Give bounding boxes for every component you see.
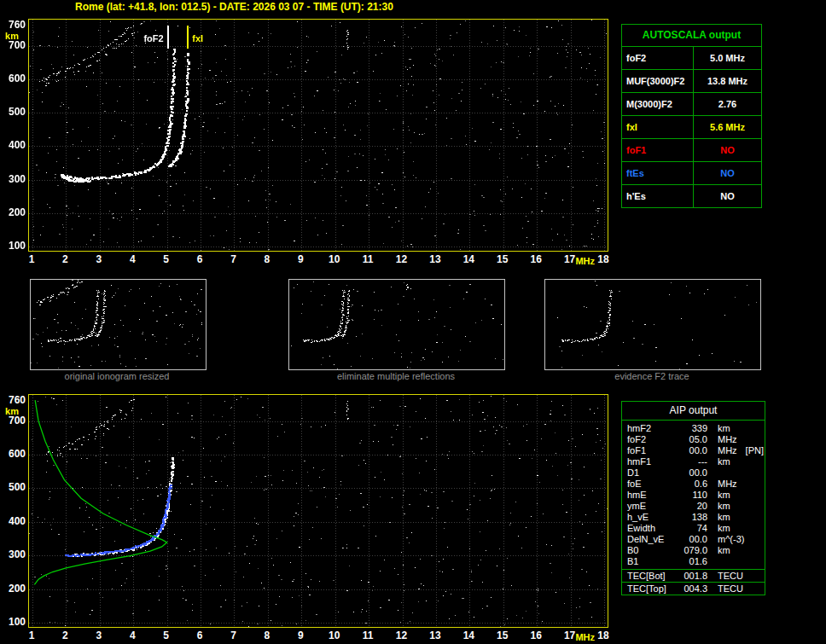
ionogram-plot-bottom <box>28 394 608 628</box>
autoscala-row-value: 5.6 MHz <box>694 116 761 138</box>
aip-row-value: 138 <box>680 512 707 523</box>
x-tick-label: 14 <box>463 629 474 641</box>
autoscala-row-hes: h'EsNO <box>622 185 761 207</box>
autoscala-row-fof1: foF1NO <box>622 139 761 162</box>
y-tick-label: 600 <box>2 73 26 84</box>
aip-row-unit: km <box>718 545 730 556</box>
aip-row-value: 74 <box>680 523 707 534</box>
aip-row-name: foF2 <box>622 434 680 445</box>
x-tick-label: 1 <box>29 629 35 641</box>
y-tick-label: 100 <box>2 240 26 252</box>
y-tick-label: 300 <box>2 173 26 185</box>
autoscala-row-label: MUF(3000)F2 <box>622 70 694 92</box>
aip-row-value: 00.0 <box>680 467 707 479</box>
y-tick-label: 300 <box>2 548 26 560</box>
y-tick-label: 100 <box>2 616 26 628</box>
autoscala-table: AUTOSCALA output foF25.0 MHzMUF(3000)F21… <box>621 24 762 208</box>
x-tick-label: 15 <box>497 253 508 265</box>
x-tick-label: 2 <box>62 253 68 265</box>
y-tick-label: 200 <box>2 206 26 218</box>
x-axis-unit-label: MHz <box>575 256 595 266</box>
aip-row-name: Ewidth <box>622 523 680 534</box>
aip-row-name: TEC[Bot] <box>622 570 680 582</box>
aip-row-unit: km <box>718 512 730 523</box>
x-tick-label: 9 <box>298 629 304 641</box>
autoscala-row-value: NO <box>694 162 761 184</box>
x-tick-label: 11 <box>363 253 374 265</box>
x-tick-label: 18 <box>597 253 608 265</box>
autoscala-row-m3000f2: M(3000)F22.76 <box>622 93 761 116</box>
aip-row-unit: TECU <box>718 583 743 595</box>
autoscala-row-label: foF1 <box>622 139 694 161</box>
aip-row-unit: km <box>718 456 730 467</box>
aip-row-name: hmF1 <box>622 456 680 467</box>
x-tick-label: 5 <box>163 629 169 641</box>
aip-row-unit: m^(-3) <box>718 534 744 545</box>
autoscala-row-value: NO <box>694 185 761 207</box>
ionogram-bottom-canvas <box>29 395 608 627</box>
thumbnail-original-ionogram <box>30 279 206 370</box>
x-tick-label: 13 <box>429 253 440 265</box>
aip-row-value: 05.0 <box>680 434 707 445</box>
thumbnail-evidence-f2 <box>544 279 761 370</box>
thumbnail-eliminate-reflections <box>288 279 505 370</box>
aip-row-unit: km <box>718 423 730 434</box>
aip-row-name: ymE <box>622 501 680 512</box>
aip-row-value: 004.3 <box>680 583 707 595</box>
x-tick-label: 10 <box>329 253 340 265</box>
marker-label-fxi: fxI <box>192 33 203 44</box>
aip-row-value: 339 <box>680 423 707 434</box>
aip-row-fof2: foF205.0MHz <box>622 434 765 445</box>
x-tick-label: 6 <box>197 253 203 265</box>
x-tick-label: 13 <box>429 629 440 641</box>
aip-row-note: [PN] <box>746 445 764 456</box>
autoscala-row-value: 2.76 <box>694 93 761 115</box>
autoscala-row-label: h'Es <box>622 185 694 207</box>
autoscala-row-muf3000f2: MUF(3000)F213.8 MHz <box>622 70 761 93</box>
aip-row-name: B0 <box>622 545 680 556</box>
aip-row-value: --- <box>680 456 707 467</box>
thumbnail-caption-eliminate: eliminate multiple reflections <box>337 371 455 381</box>
aip-tec-rows: TEC[Bot]001.8TECUTEC[Top]004.3TECU <box>622 569 765 595</box>
aip-row-unit: km <box>718 523 730 534</box>
aip-row-unit: TECU <box>718 570 743 582</box>
thumbnail-evidence-canvas <box>545 280 760 369</box>
x-tick-label: 12 <box>396 253 407 265</box>
x-tick-label: 8 <box>265 629 270 641</box>
x-tick-label: 2 <box>62 629 68 641</box>
x-axis-unit-label: MHz <box>575 632 595 642</box>
autoscala-row-label: foF2 <box>622 47 694 69</box>
aip-row-tectop: TEC[Top]004.3TECU <box>622 582 765 595</box>
aip-table: AIP output hmF2339kmfoF205.0MHzfoF100.0M… <box>621 401 765 595</box>
aip-row-delnve: DelN_vE00.0m^(-3) <box>622 534 765 545</box>
thumbnail-eliminate-canvas <box>289 280 504 369</box>
x-tick-label: 16 <box>530 253 541 265</box>
aip-row-unit: MHz <box>718 479 737 490</box>
y-tick-label: 760 <box>2 19 26 31</box>
x-tick-label: 7 <box>230 253 236 265</box>
aip-row-name: hmE <box>622 490 680 501</box>
autoscala-row-value: 5.0 MHz <box>694 47 761 69</box>
aip-row-unit: km <box>718 501 730 512</box>
ionogram-top-canvas <box>29 20 608 251</box>
y-axis-unit-label: km <box>3 406 19 416</box>
y-tick-label: 760 <box>2 394 26 406</box>
aip-row-value: 0.6 <box>680 479 707 490</box>
aip-header: AIP output <box>622 402 765 421</box>
aip-row-hve: h_vE138km <box>622 512 765 523</box>
aip-row-unit: km <box>718 490 730 501</box>
aip-row-value: 01.6 <box>680 556 707 567</box>
autoscala-row-value: NO <box>694 139 761 161</box>
x-tick-label: 17 <box>564 253 575 265</box>
y-tick-label: 500 <box>2 106 26 118</box>
x-tick-label: 7 <box>230 629 236 641</box>
aip-row-tecbot: TEC[Bot]001.8TECU <box>622 569 765 582</box>
autoscala-header: AUTOSCALA output <box>622 25 761 47</box>
y-tick-label: 600 <box>2 448 26 460</box>
aip-row-value: 00.0 <box>680 445 707 456</box>
aip-row-name: DelN_vE <box>622 534 680 545</box>
aip-row-foe: foE0.6MHz <box>622 479 765 490</box>
aip-row-value: 20 <box>680 501 707 512</box>
aip-row-name: h_vE <box>622 512 680 523</box>
x-tick-label: 6 <box>197 629 203 641</box>
